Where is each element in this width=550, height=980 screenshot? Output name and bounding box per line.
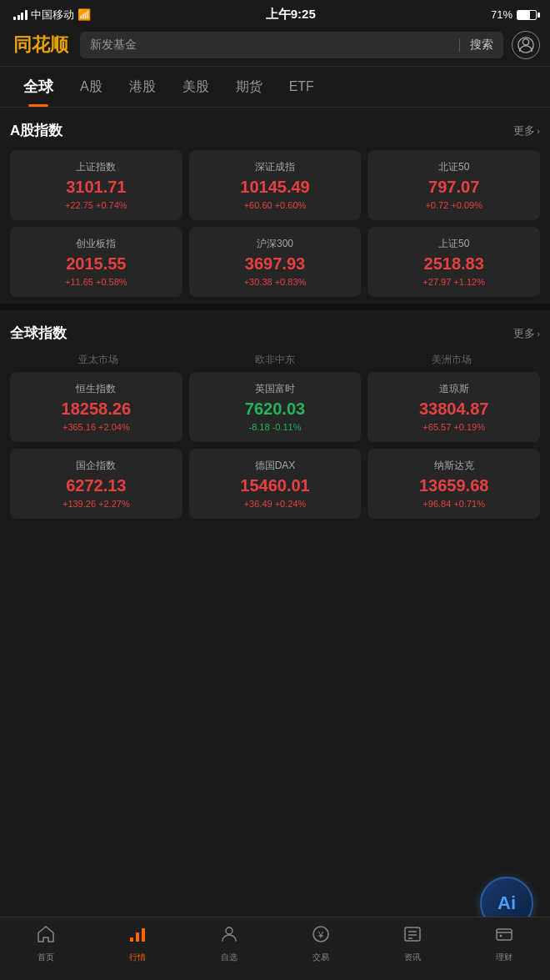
global-section: 全球指数 更多 › 亚太市场 欧非中东 美洲市场 恒生指数 18258.26 +… bbox=[0, 310, 550, 525]
index-card-hsce[interactable]: 国企指数 6272.13 +139.26 +2.27% bbox=[10, 449, 182, 519]
tab-hk-stock[interactable]: 港股 bbox=[116, 68, 169, 106]
index-card-dji[interactable]: 道琼斯 33804.87 +65.57 +0.19% bbox=[368, 372, 540, 442]
index-card-sse50[interactable]: 上证50 2518.83 +27.97 +1.12% bbox=[368, 227, 540, 297]
nav-item-home[interactable]: 首页 bbox=[0, 924, 92, 963]
index-name: 恒生指数 bbox=[18, 382, 174, 396]
svg-point-0 bbox=[522, 39, 528, 45]
global-chevron: › bbox=[537, 329, 540, 339]
tab-etf[interactable]: ETF bbox=[276, 69, 328, 104]
index-change: +36.49 +0.24% bbox=[198, 499, 353, 509]
tab-global[interactable]: 全球 bbox=[10, 67, 67, 107]
market-icon bbox=[128, 924, 148, 949]
home-label: 首页 bbox=[38, 952, 54, 963]
battery-icon bbox=[517, 10, 537, 20]
wifi-icon: 📶 bbox=[78, 8, 91, 21]
index-change: +96.84 +0.71% bbox=[376, 499, 532, 509]
svg-rect-12 bbox=[497, 929, 512, 940]
trade-label: 交易 bbox=[312, 952, 329, 963]
index-value: 3101.71 bbox=[18, 178, 174, 197]
global-header: 全球指数 更多 › bbox=[10, 324, 540, 343]
a-stock-header: A股指数 更多 › bbox=[10, 121, 540, 140]
app-header: 同花顺 新发基金 搜索 bbox=[0, 26, 550, 67]
index-value: 797.07 bbox=[376, 178, 532, 197]
app-logo[interactable]: 同花顺 bbox=[10, 31, 72, 59]
watchlist-label: 自选 bbox=[221, 952, 238, 963]
index-value: 10145.49 bbox=[198, 178, 353, 197]
search-bar[interactable]: 新发基金 搜索 bbox=[80, 32, 503, 58]
section-separator bbox=[0, 304, 550, 310]
svg-point-5 bbox=[226, 927, 232, 934]
index-card-beijing50[interactable]: 北证50 797.07 +0.72 +0.09% bbox=[368, 150, 540, 220]
region-asia: 亚太市场 bbox=[10, 353, 187, 367]
index-name: 深证成指 bbox=[198, 160, 353, 174]
index-name: 国企指数 bbox=[18, 459, 174, 473]
index-value: 6272.13 bbox=[18, 476, 174, 495]
index-name: 北证50 bbox=[376, 160, 532, 174]
a-stock-more-label: 更多 bbox=[513, 123, 535, 138]
finance-icon bbox=[494, 924, 514, 949]
status-time: 上午9:25 bbox=[266, 7, 316, 23]
index-card-hsi[interactable]: 恒生指数 18258.26 +365.16 +2.04% bbox=[10, 372, 182, 442]
global-more[interactable]: 更多 › bbox=[513, 326, 540, 341]
index-card-dax[interactable]: 德国DAX 15460.01 +36.49 +0.24% bbox=[189, 449, 362, 519]
nav-item-news[interactable]: 资讯 bbox=[367, 924, 458, 963]
index-value: 13659.68 bbox=[376, 476, 532, 495]
index-name: 德国DAX bbox=[198, 459, 353, 473]
index-value: 15460.01 bbox=[198, 476, 353, 495]
index-value: 18258.26 bbox=[18, 400, 174, 419]
index-name: 上证指数 bbox=[18, 160, 174, 174]
index-card-gem[interactable]: 创业板指 2015.55 +11.65 +0.58% bbox=[10, 227, 182, 297]
tab-us-stock[interactable]: 美股 bbox=[169, 68, 222, 106]
signal-bars bbox=[13, 10, 28, 20]
search-placeholder: 新发基金 bbox=[90, 38, 449, 53]
a-stock-more[interactable]: 更多 › bbox=[513, 123, 540, 138]
index-card-shenzhen[interactable]: 深证成指 10145.49 +60.60 +0.60% bbox=[189, 150, 362, 220]
index-value: 33804.87 bbox=[376, 400, 532, 419]
market-label: 行情 bbox=[129, 952, 146, 963]
index-name: 道琼斯 bbox=[376, 382, 532, 396]
status-right: 71% bbox=[491, 8, 537, 21]
index-value: 3697.93 bbox=[198, 254, 353, 274]
bottom-nav: 首页 行情 自选 ¥ 交易 bbox=[0, 917, 550, 980]
tab-futures[interactable]: 期货 bbox=[222, 68, 276, 106]
tab-a-stock[interactable]: A股 bbox=[67, 68, 116, 106]
nav-item-finance[interactable]: 理财 bbox=[458, 924, 550, 963]
index-card-shanghai[interactable]: 上证指数 3101.71 +22.75 +0.74% bbox=[10, 150, 182, 220]
a-stock-title: A股指数 bbox=[10, 121, 62, 140]
index-card-nasdaq[interactable]: 纳斯达克 13659.68 +96.84 +0.71% bbox=[368, 449, 540, 519]
region-americas: 美洲市场 bbox=[363, 353, 540, 367]
region-labels: 亚太市场 欧非中东 美洲市场 bbox=[10, 353, 540, 367]
svg-rect-4 bbox=[142, 928, 145, 942]
home-icon bbox=[36, 924, 56, 949]
trade-icon: ¥ bbox=[311, 924, 331, 949]
carrier-label: 中国移动 bbox=[31, 8, 74, 23]
nav-tabs: 全球 A股 港股 美股 期货 ETF bbox=[0, 67, 550, 108]
nav-item-market[interactable]: 行情 bbox=[92, 924, 183, 963]
global-more-label: 更多 bbox=[513, 326, 535, 341]
index-value: 7620.03 bbox=[198, 400, 353, 419]
avatar-icon[interactable] bbox=[512, 31, 540, 59]
index-card-csi300[interactable]: 沪深300 3697.93 +30.38 +0.83% bbox=[189, 227, 362, 297]
index-name: 沪深300 bbox=[198, 237, 353, 251]
index-name: 创业板指 bbox=[18, 237, 174, 251]
global-title: 全球指数 bbox=[10, 324, 67, 343]
index-card-ftse[interactable]: 英国富时 7620.03 -8.18 -0.11% bbox=[189, 372, 362, 442]
a-stock-section: A股指数 更多 › 上证指数 3101.71 +22.75 +0.74% 深证成… bbox=[0, 108, 550, 304]
svg-rect-2 bbox=[130, 937, 133, 942]
index-name: 上证50 bbox=[376, 237, 532, 251]
status-left: 中国移动 📶 bbox=[13, 8, 91, 23]
nav-item-trade[interactable]: ¥ 交易 bbox=[275, 924, 367, 963]
battery-fill bbox=[518, 11, 530, 19]
index-change: +365.16 +2.04% bbox=[18, 422, 174, 432]
index-change: +30.38 +0.83% bbox=[198, 277, 353, 287]
index-name: 英国富时 bbox=[198, 382, 353, 396]
region-europe-africa: 欧非中东 bbox=[187, 353, 363, 367]
index-change: +22.75 +0.74% bbox=[18, 200, 174, 210]
search-button[interactable]: 搜索 bbox=[470, 38, 493, 53]
index-name: 纳斯达克 bbox=[376, 459, 532, 473]
status-bar: 中国移动 📶 上午9:25 71% bbox=[0, 0, 550, 26]
nav-item-watchlist[interactable]: 自选 bbox=[183, 924, 275, 963]
index-value: 2015.55 bbox=[18, 254, 174, 274]
index-change: +60.60 +0.60% bbox=[198, 200, 353, 210]
a-stock-grid: 上证指数 3101.71 +22.75 +0.74% 深证成指 10145.49… bbox=[10, 150, 540, 297]
